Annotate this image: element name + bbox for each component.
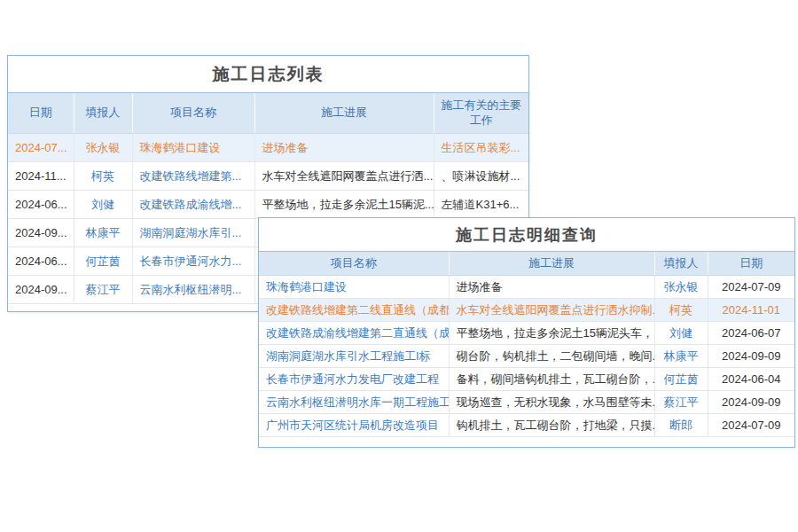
cell-reporter[interactable]: 林康平 <box>654 345 708 368</box>
table-row[interactable]: 珠海鹤港口建设 进场准备 张永银 2024-07-09 <box>259 276 794 299</box>
cell-project[interactable]: 改建铁路成渝线增建第二直通线（成渝 <box>259 322 449 345</box>
construction-log-detail-title: 施工日志明细查询 <box>259 218 794 251</box>
cell-date: 2024-09-09 <box>708 345 794 368</box>
cell-project[interactable]: 珠海鹤港口建设 <box>132 134 254 162</box>
col-header-reporter: 填报人 <box>654 252 708 276</box>
cell-project[interactable]: 珠海鹤港口建设 <box>259 276 449 299</box>
cell-progress: 水车对全线遮阳网覆盖点进行洒... <box>254 162 434 191</box>
cell-project[interactable]: 广州市天河区统计局机房改造项目 <box>259 414 449 437</box>
cell-project[interactable]: 长春市伊通河水力发电厂改建工程 <box>259 368 449 391</box>
cell-date: 2024-07-09 <box>708 276 794 299</box>
cell-reporter[interactable]: 刘健 <box>654 322 708 345</box>
cell-date: 2024-09-09 <box>708 391 794 414</box>
cell-project[interactable]: 云南水利枢纽潜明... <box>132 276 254 304</box>
col-header-project: 项目名称 <box>259 252 449 276</box>
cell-reporter[interactable]: 林康平 <box>74 219 132 247</box>
cell-reporter[interactable]: 何芷茵 <box>654 368 708 391</box>
col-header-reporter: 填报人 <box>74 93 132 134</box>
table-row[interactable]: 改建铁路成渝线增建第二直通线（成渝 平整场地，拉走多余泥土15辆泥头车，... … <box>259 322 794 345</box>
cell-progress: 备料，砌间墙钩机排土，瓦工砌台阶，... <box>449 368 654 391</box>
cell-project[interactable]: 长春市伊通河水力... <box>132 247 254 276</box>
cell-date: 2024-11... <box>8 162 74 191</box>
cell-reporter[interactable]: 何芷茵 <box>74 247 132 276</box>
cell-date: 2024-07... <box>8 134 74 162</box>
cell-date: 2024-09... <box>8 276 74 304</box>
cell-project[interactable]: 改建铁路线增建第二线直通线（成都-西 <box>259 299 449 322</box>
cell-date: 2024-06... <box>8 247 74 276</box>
page-background: 施工日志列表 日期 填报人 项目名称 施工进展 施工有关的主要 工作 2024-… <box>0 0 798 532</box>
table-row[interactable]: 2024-11... 柯英 改建铁路线增建第... 水车对全线遮阳网覆盖点进行洒… <box>8 162 528 191</box>
col-header-progress: 施工进展 <box>254 93 434 134</box>
table-row[interactable]: 2024-07... 张永银 珠海鹤港口建设 进场准备 生活区吊装彩... <box>8 134 528 162</box>
construction-log-detail-window: 施工日志明细查询 项目名称 施工进展 填报人 日期 珠海鹤港口建设 进场准备 张… <box>258 217 795 448</box>
cell-reporter[interactable]: 刘健 <box>74 191 132 219</box>
table-row[interactable]: 长春市伊通河水力发电厂改建工程 备料，砌间墙钩机排土，瓦工砌台阶，... 何芷茵… <box>259 368 794 391</box>
cell-progress: 钩机排土，瓦工砌台阶，打地梁，只摸... <box>449 414 654 437</box>
cell-progress: 进场准备 <box>449 276 654 299</box>
construction-log-list-title: 施工日志列表 <box>8 56 528 92</box>
cell-project[interactable]: 改建铁路线增建第... <box>132 162 254 191</box>
cell-progress: 砌台阶，钩机排土，二包砌间墙，晚间... <box>449 345 654 368</box>
cell-progress: 平整场地，拉走多余泥土15辆泥头车，... <box>449 322 654 345</box>
cell-reporter[interactable]: 张永银 <box>74 134 132 162</box>
table-row[interactable]: 云南水利枢纽潜明水库一期工程施工I标 现场巡查，无积水现象，水马围壁等未... … <box>259 391 794 414</box>
table-row[interactable]: 湖南洞庭湖水库引水工程施工I标 砌台阶，钩机排土，二包砌间墙，晚间... 林康平… <box>259 345 794 368</box>
cell-progress: 水车对全线遮阳网覆盖点进行洒水抑制... <box>449 299 654 322</box>
col-header-progress: 施工进展 <box>449 252 654 276</box>
col-header-date: 日期 <box>708 252 794 276</box>
cell-reporter[interactable]: 张永银 <box>654 276 708 299</box>
cell-reporter[interactable]: 断郎 <box>654 414 708 437</box>
cell-date: 2024-07-09 <box>708 414 794 437</box>
cell-progress: 平整场地，拉走多余泥土15辆泥... <box>254 191 434 219</box>
cell-main-work: 左辅道K31+6... <box>434 191 528 219</box>
cell-project[interactable]: 湖南洞庭湖水库引水工程施工I标 <box>259 345 449 368</box>
cell-date: 2024-06... <box>8 191 74 219</box>
col-header-project: 项目名称 <box>132 93 254 134</box>
cell-project[interactable]: 湖南洞庭湖水库引... <box>132 219 254 247</box>
cell-date: 2024-06-07 <box>708 322 794 345</box>
table-row[interactable]: 改建铁路线增建第二线直通线（成都-西 水车对全线遮阳网覆盖点进行洒水抑制... … <box>259 299 794 322</box>
table-header-row: 项目名称 施工进展 填报人 日期 <box>259 252 794 276</box>
cell-reporter[interactable]: 柯英 <box>74 162 132 191</box>
cell-progress: 现场巡查，无积水现象，水马围壁等未... <box>449 391 654 414</box>
construction-log-detail-table: 项目名称 施工进展 填报人 日期 珠海鹤港口建设 进场准备 张永银 2024-0… <box>259 251 794 437</box>
cell-reporter[interactable]: 柯英 <box>654 299 708 322</box>
cell-reporter[interactable]: 蔡江平 <box>74 276 132 304</box>
cell-project[interactable]: 云南水利枢纽潜明水库一期工程施工I标 <box>259 391 449 414</box>
cell-date: 2024-06-04 <box>708 368 794 391</box>
table-row[interactable]: 2024-06... 刘健 改建铁路成渝线增... 平整场地，拉走多余泥土15辆… <box>8 191 528 219</box>
cell-date: 2024-11-01 <box>708 299 794 322</box>
col-header-main-work: 施工有关的主要 工作 <box>434 93 528 134</box>
cell-project[interactable]: 改建铁路成渝线增... <box>132 191 254 219</box>
cell-reporter[interactable]: 蔡江平 <box>654 391 708 414</box>
cell-date: 2024-09... <box>8 219 74 247</box>
table-header-row: 日期 填报人 项目名称 施工进展 施工有关的主要 工作 <box>8 93 528 134</box>
cell-progress: 进场准备 <box>254 134 434 162</box>
table-row[interactable]: 广州市天河区统计局机房改造项目 钩机排土，瓦工砌台阶，打地梁，只摸... 断郎 … <box>259 414 794 437</box>
col-header-date: 日期 <box>8 93 74 134</box>
cell-main-work: 、喷淋设施材... <box>434 162 528 191</box>
cell-main-work: 生活区吊装彩... <box>434 134 528 162</box>
